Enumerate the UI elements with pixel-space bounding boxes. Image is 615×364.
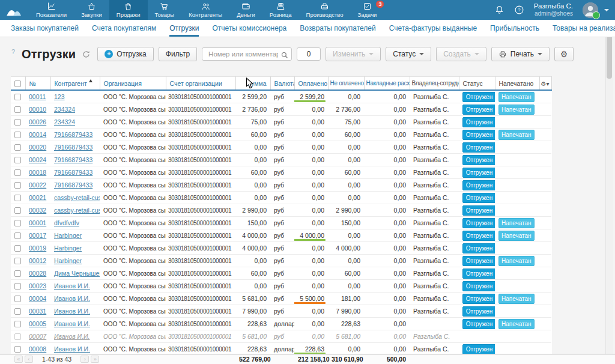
contragent-link[interactable]: dfvdfvdfv (54, 219, 79, 226)
row-checkbox[interactable] (14, 232, 21, 239)
header-overhead[interactable]: Накладные расходы (364, 77, 410, 91)
contragent-link[interactable]: cassby-retail-customer (54, 207, 100, 214)
row-checkbox[interactable] (14, 220, 21, 226)
row-checkbox[interactable] (14, 157, 21, 163)
header-account[interactable]: Счет организации (166, 77, 235, 91)
bell-icon[interactable] (494, 5, 504, 15)
shipment-link[interactable]: 00019 (29, 244, 46, 252)
row-checkbox[interactable] (14, 270, 21, 277)
status-button[interactable]: Статус (386, 47, 431, 61)
tab-4[interactable]: Возвраты покупателей (300, 20, 375, 37)
contragent-link[interactable]: Иванов И.И. (54, 345, 90, 353)
shipment-link[interactable]: 00031 (29, 308, 46, 315)
row-checkbox[interactable] (14, 283, 21, 290)
shipment-link[interactable]: 00028 (29, 270, 46, 277)
contragent-link[interactable]: 79166879433 (54, 169, 92, 176)
tab-7[interactable]: Товары на реализацию (553, 20, 615, 37)
row-checkbox[interactable] (14, 333, 21, 340)
contragent-link[interactable]: Harbinger (54, 257, 82, 264)
shipment-link[interactable]: 00001 (29, 219, 46, 226)
search-icon[interactable] (281, 50, 288, 61)
new-shipment-button[interactable]: + Отгрузка (97, 47, 153, 61)
header-contragent[interactable]: Контрагент (50, 77, 100, 91)
contragent-link[interactable]: Harbinger (54, 232, 82, 239)
first-page-button[interactable]: « (14, 356, 23, 363)
filter-button[interactable]: Фильтр (159, 47, 197, 61)
contragent-link[interactable]: Иванов И.И. (54, 308, 90, 315)
tab-3[interactable]: Отчеты комиссионера (212, 20, 286, 37)
shipment-link[interactable]: 00014 (29, 131, 46, 138)
nav-item-purchases[interactable]: Закупки (74, 0, 109, 20)
nav-item-production[interactable]: Производство (299, 0, 351, 20)
header-unpaid[interactable]: Не оплачено (328, 77, 364, 91)
shipment-link[interactable]: 00008 (29, 345, 46, 353)
next-page-button[interactable]: › (80, 356, 89, 363)
row-checkbox[interactable] (14, 207, 21, 214)
row-checkbox[interactable] (14, 106, 21, 113)
contragent-link[interactable]: 79166879433 (54, 156, 92, 163)
nav-item-tasks[interactable]: Задачи3 (351, 0, 384, 20)
contragent-link[interactable]: 79166879433 (54, 181, 92, 189)
shipment-link[interactable]: 00017 (29, 232, 46, 239)
shipment-link[interactable]: 00024 (29, 156, 46, 163)
header-currency[interactable]: Валюта (270, 77, 294, 91)
nav-item-partners[interactable]: Контрагенты (181, 0, 229, 20)
contragent-link[interactable]: Иванов И.И. (54, 320, 90, 327)
prev-page-button[interactable]: ‹ (25, 356, 33, 363)
tab-5[interactable]: Счета-фактуры выданные (389, 20, 477, 37)
shipment-link[interactable]: 00011 (29, 93, 46, 100)
contragent-link[interactable]: Дима Чернышев (54, 270, 100, 277)
shipment-link[interactable]: 00032 (29, 207, 46, 214)
contragent-link[interactable]: 79166879433 (54, 144, 92, 151)
shipment-link[interactable]: 00022 (29, 181, 46, 189)
user-menu-caret-icon[interactable] (604, 9, 609, 11)
contragent-link[interactable]: 234324 (54, 118, 75, 126)
tab-6[interactable]: Прибыльность (490, 20, 539, 37)
nav-item-sales[interactable]: Продажи (109, 0, 148, 20)
row-checkbox[interactable] (14, 144, 21, 151)
tab-1[interactable]: Счета покупателям (92, 20, 156, 37)
shipment-link[interactable]: 00005 (29, 320, 46, 327)
edit-button[interactable]: Изменить (326, 47, 381, 61)
vertical-scrollbar[interactable] (605, 20, 613, 354)
contragent-link[interactable]: Harbinger (54, 244, 82, 252)
row-checkbox[interactable] (14, 195, 21, 201)
nav-item-goods[interactable]: Товары (148, 0, 182, 20)
header-sum[interactable]: Сумма (235, 77, 270, 91)
shipment-link[interactable]: 00018 (29, 169, 46, 176)
settings-button[interactable]: ⚙ (554, 47, 574, 61)
row-checkbox[interactable] (14, 245, 21, 252)
shipment-link[interactable]: 00007 (29, 333, 46, 340)
avatar[interactable] (583, 2, 598, 18)
user-menu[interactable]: Разглыба С. admin@shoes (534, 2, 573, 18)
row-checkbox[interactable] (14, 169, 21, 176)
search-input[interactable] (207, 50, 279, 58)
tab-2[interactable]: Отгрузки (169, 20, 199, 37)
row-checkbox[interactable] (14, 132, 21, 138)
shipment-link[interactable]: 00010 (29, 106, 46, 113)
shipment-link[interactable]: 00020 (29, 144, 46, 151)
shipment-link[interactable]: 00004 (29, 295, 46, 302)
last-page-button[interactable]: » (91, 356, 99, 363)
contragent-link[interactable]: Иванов И.И. (54, 333, 89, 340)
contragent-link[interactable]: 234324 (54, 106, 75, 113)
header-organization[interactable]: Организация (100, 77, 166, 91)
contragent-link[interactable]: Иванов И.И. (54, 282, 90, 290)
row-checkbox[interactable] (14, 346, 21, 353)
refresh-icon[interactable] (82, 50, 90, 58)
select-all-checkbox[interactable] (14, 80, 21, 87)
create-button[interactable]: Создать (436, 47, 486, 61)
context-help-icon[interactable]: ? (10, 48, 17, 55)
nav-item-chart[interactable]: Показатели (29, 0, 74, 20)
nav-item-money[interactable]: Деньги (229, 0, 262, 20)
shipment-link[interactable]: 00021 (29, 194, 46, 201)
help-icon[interactable]: ? (514, 5, 524, 15)
header-gear[interactable]: ⚙▾ (539, 77, 551, 91)
row-checkbox[interactable] (14, 119, 21, 126)
row-checkbox[interactable] (14, 296, 21, 302)
contragent-link[interactable]: 123 (54, 93, 65, 100)
contragent-link[interactable]: cassby-retail-customer (54, 194, 100, 201)
header-number[interactable]: № (25, 77, 50, 91)
row-checkbox[interactable] (14, 258, 21, 264)
shipment-link[interactable]: 00023 (29, 282, 46, 290)
